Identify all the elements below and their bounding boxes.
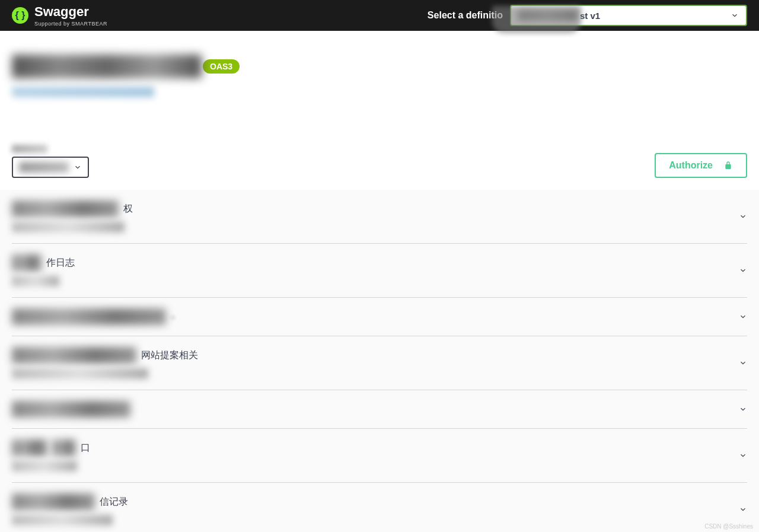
tag-description: 网站提案相关 <box>141 349 198 362</box>
chevron-down-icon <box>739 212 747 221</box>
chevron-down-icon <box>739 451 747 460</box>
tag-row[interactable] <box>12 390 747 429</box>
tag-row[interactable]: 口 <box>12 429 747 483</box>
redacted-tag-name <box>12 200 119 217</box>
swagger-logo: { } Swagger Supported by SMARTBEAR <box>12 4 107 27</box>
api-tags-list: 权作日志◇网站提案相关口信记录短信相关 <box>0 190 759 532</box>
chevron-down-icon <box>739 359 747 367</box>
tag-description: 信记录 <box>100 496 128 508</box>
chevron-down-icon <box>739 313 747 321</box>
redacted-tag-name <box>12 254 42 271</box>
api-info-section: OAS3 <box>0 31 759 133</box>
redacted-tag-name <box>12 401 130 418</box>
redacted-overlay <box>492 6 581 33</box>
tag-row[interactable]: 信记录 <box>12 483 747 532</box>
swagger-logo-subtext: Supported by SMARTBEAR <box>34 21 107 27</box>
authorize-label: Authorize <box>669 160 713 171</box>
redacted-scheme-label <box>12 145 47 153</box>
redacted-tag-name <box>12 308 166 325</box>
tag-row[interactable]: 权 <box>12 190 747 244</box>
topbar: { } Swagger Supported by SMARTBEAR Selec… <box>0 0 759 31</box>
definition-selector-group: Select a definitio st v1 <box>428 5 747 26</box>
chevron-down-icon <box>739 505 747 514</box>
scheme-section: Authorize <box>0 133 759 190</box>
swagger-logo-text: Swagger <box>34 4 107 20</box>
redacted-text <box>19 162 69 173</box>
definition-label: Select a definitio <box>428 10 503 21</box>
redacted-api-link <box>12 87 154 97</box>
redacted-tag-sub <box>12 222 125 232</box>
redacted-tag-name <box>52 439 76 456</box>
tag-row[interactable]: 作日志 <box>12 244 747 298</box>
oas-badge: OAS3 <box>203 59 240 74</box>
redacted-tag-name <box>12 439 47 456</box>
redacted-tag-sub <box>12 515 113 525</box>
redacted-api-title <box>12 55 202 78</box>
chevron-down-icon <box>731 11 739 20</box>
chevron-down-icon <box>739 266 747 275</box>
chevron-down-icon <box>74 163 82 171</box>
tag-description: 作日志 <box>46 257 75 269</box>
scheme-select[interactable] <box>12 157 89 178</box>
authorize-button[interactable]: Authorize <box>655 153 747 178</box>
redacted-tag-sub <box>12 276 59 286</box>
definition-select-value: st v1 <box>580 11 600 21</box>
redacted-tag-sub <box>12 461 77 472</box>
tag-description: 权 <box>123 203 133 215</box>
swagger-logo-icon: { } <box>12 7 28 24</box>
tag-description: 口 <box>81 442 90 454</box>
redacted-tag-name <box>12 493 95 510</box>
watermark: CSDN @Ssshines <box>704 523 753 530</box>
tag-row[interactable]: ◇ <box>12 298 747 336</box>
tag-row[interactable]: 网站提案相关 <box>12 336 747 390</box>
redacted-tag-name <box>12 347 136 364</box>
redacted-tag-sub <box>12 368 148 379</box>
chevron-down-icon <box>739 405 747 413</box>
lock-icon <box>723 161 733 170</box>
